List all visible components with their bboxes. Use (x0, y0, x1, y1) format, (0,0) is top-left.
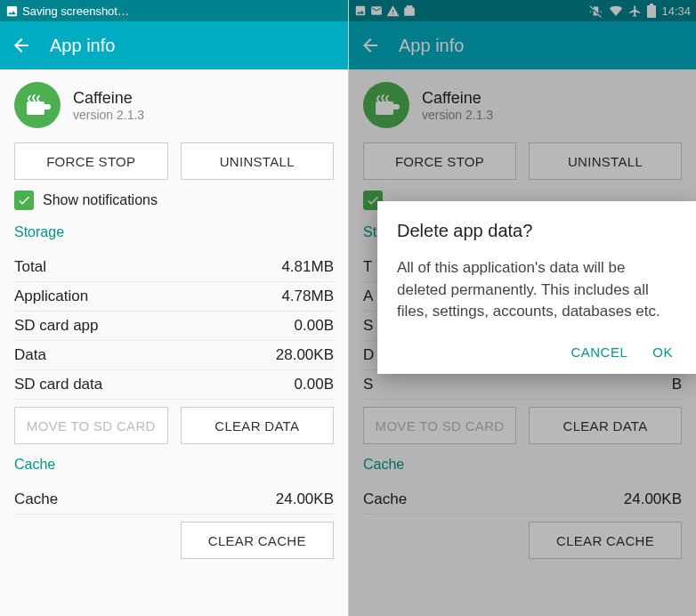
storage-row: Application4.78MB (14, 282, 334, 312)
checkbox-checked-icon[interactable] (14, 190, 34, 210)
storage-row: SD card data0.00B (14, 370, 334, 400)
app-name: Caffeine (73, 89, 144, 108)
clear-data-button[interactable]: CLEAR DATA (181, 407, 335, 444)
uninstall-button[interactable]: UNINSTALL (181, 142, 335, 180)
storage-row: Data28.00KB (14, 341, 334, 370)
dialog-title: Delete app data? (397, 221, 676, 241)
back-arrow-icon[interactable] (11, 35, 32, 56)
dialog-cancel-button[interactable]: CANCEL (571, 344, 627, 360)
cache-row: Cache24.00KB (14, 485, 334, 515)
dialog-ok-button[interactable]: OK (652, 344, 673, 360)
storage-row: Total4.81MB (14, 253, 334, 282)
status-bar: Saving screenshot… (0, 0, 348, 21)
show-notifications-row[interactable]: Show notifications (14, 190, 334, 210)
show-notifications-label: Show notifications (43, 192, 158, 208)
storage-heading: Storage (14, 224, 334, 240)
screen-right: 14:34 App info Caffeine version 2.1.3 FO… (348, 0, 696, 616)
cache-heading: Cache (14, 457, 334, 473)
move-to-sd-button: MOVE TO SD CARD (14, 407, 168, 444)
force-stop-button[interactable]: FORCE STOP (14, 142, 168, 180)
screen-left: Saving screenshot… App info Caffeine ver… (0, 0, 348, 616)
status-text: Saving screenshot… (22, 4, 129, 18)
svg-rect-1 (27, 101, 45, 115)
app-version: version 2.1.3 (73, 108, 144, 122)
image-icon (5, 4, 19, 18)
caffeine-app-icon (14, 82, 61, 128)
dialog-body: All of this application's data will be d… (397, 257, 676, 323)
page-title: App info (50, 36, 115, 56)
clear-cache-button[interactable]: CLEAR CACHE (181, 522, 335, 559)
delete-app-data-dialog: Delete app data? All of this application… (377, 201, 696, 374)
storage-row: SD card app0.00B (14, 312, 334, 341)
content: Caffeine version 2.1.3 FORCE STOP UNINST… (0, 69, 348, 616)
app-header: Caffeine version 2.1.3 (14, 69, 334, 142)
action-bar: App info (0, 21, 348, 69)
